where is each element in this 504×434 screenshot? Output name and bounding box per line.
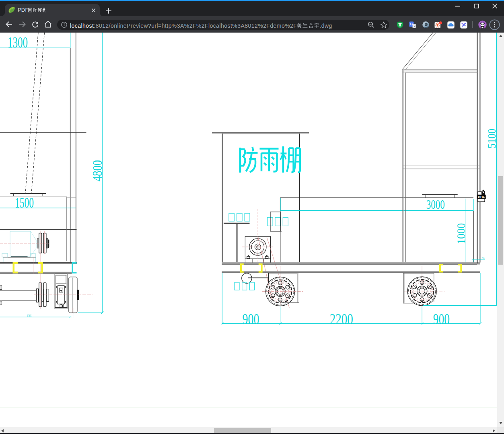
svg-text:5100: 5100: [485, 129, 498, 148]
svg-text:3000: 3000: [426, 197, 445, 212]
svg-text:50: 50: [482, 257, 485, 259]
svg-text:PDF: PDF: [478, 195, 485, 199]
svg-text:900: 900: [433, 311, 450, 327]
svg-text:1300: 1300: [8, 34, 28, 51]
svg-text:900: 900: [243, 311, 259, 327]
svg-text:2200: 2200: [330, 311, 353, 327]
svg-text:1000: 1000: [454, 223, 467, 244]
svg-text:G: G: [410, 22, 413, 26]
svg-text:1385: 1385: [27, 314, 31, 318]
svg-text:4800: 4800: [90, 160, 105, 181]
svg-text:1500: 1500: [15, 195, 34, 211]
